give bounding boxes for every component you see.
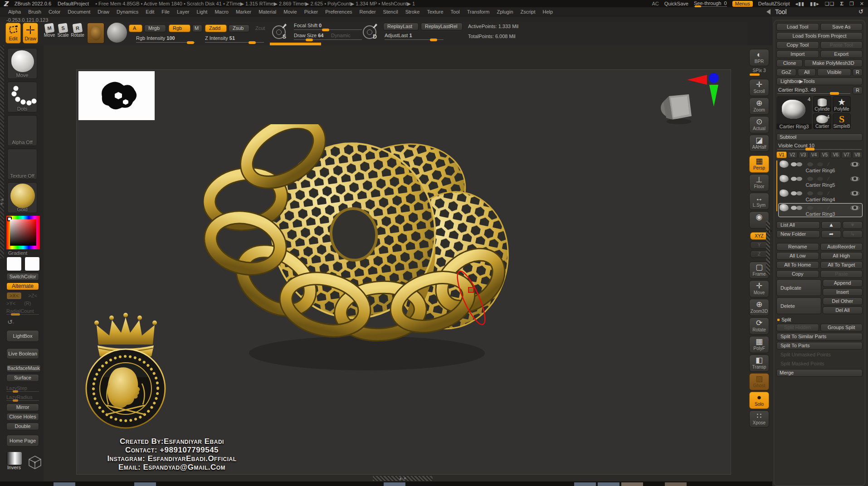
subtool-thumbnail[interactable]: [780, 160, 789, 168]
subtool-view-tab[interactable]: V2: [787, 151, 798, 158]
dim-toggle-icon[interactable]: [807, 206, 813, 210]
menu-item[interactable]: Help: [539, 8, 557, 15]
export-button[interactable]: Export: [820, 50, 863, 58]
live-boolean-button[interactable]: Live Boolean: [6, 348, 39, 359]
menu-item[interactable]: Alpha: [5, 8, 24, 15]
floor-button[interactable]: ⊥Floor: [749, 174, 769, 191]
move3d-button[interactable]: ✛Move: [749, 280, 769, 297]
import-button[interactable]: Import: [776, 50, 819, 58]
new-folder-button[interactable]: New Folder: [776, 230, 820, 238]
z-axis-button[interactable]: Z: [750, 250, 768, 258]
xpose-button[interactable]: ∷Xpose: [749, 410, 769, 428]
transparency-button[interactable]: ◧Transp: [749, 355, 769, 372]
close-icon[interactable]: ✕: [860, 1, 864, 7]
double-button[interactable]: Double: [6, 423, 39, 430]
zadd-button[interactable]: Zadd: [205, 24, 227, 32]
palette-back-arrow-icon[interactable]: [766, 9, 770, 15]
active-tool-slider[interactable]: Cartier Ring3. 48: [776, 87, 851, 94]
split-unmasked-points-button[interactable]: Split Unmasked Points: [776, 351, 863, 359]
ring-model[interactable]: [204, 124, 530, 387]
tool-slot-simplebrush[interactable]: SSimpleB: [833, 113, 851, 129]
move-into-button[interactable]: ↳: [843, 230, 863, 238]
menu-item[interactable]: Edit: [142, 8, 158, 15]
adjust-last-slider[interactable]: AdjustLast 1: [385, 33, 444, 40]
subtool-thumbnail[interactable]: [780, 204, 789, 211]
menu-item[interactable]: Zplugin: [493, 8, 517, 15]
replay-last-button[interactable]: ReplayLast: [383, 23, 419, 30]
solo-button[interactable]: ●Solo: [749, 392, 769, 409]
tool-r-button[interactable]: R: [853, 87, 863, 94]
tool-palette-title[interactable]: Tool: [775, 8, 787, 15]
brush-selector-thumbnail[interactable]: Move: [7, 48, 37, 79]
lightbox-button[interactable]: LightBox: [6, 330, 39, 342]
menu-item[interactable]: File: [158, 8, 173, 15]
canvas-area[interactable]: Created By:Esfandiyar EbadiContact: +989…: [44, 45, 747, 481]
subtool-view-tab[interactable]: V5: [820, 151, 830, 158]
del-other-button[interactable]: Del Other: [823, 297, 863, 305]
brush-selector-thumbnail[interactable]: Dots: [7, 82, 37, 112]
subtool-view-tab[interactable]: V6: [830, 151, 841, 158]
clone-button[interactable]: Clone: [776, 59, 803, 67]
dim-toggle-icon[interactable]: [807, 191, 813, 195]
move-up-button[interactable]: ▲: [821, 221, 841, 229]
Cartier Ring4[interactable]: ⁄ Cartier Ring4: [778, 189, 863, 203]
brush-selector-thumbnail[interactable]: Gold: [7, 182, 37, 213]
rotate-mode-button[interactable]: RRotate: [70, 24, 85, 44]
menu-item[interactable]: Macro: [211, 8, 232, 15]
stroke-popup-icon[interactable]: S: [272, 25, 286, 39]
split-to-similar-parts-button[interactable]: Split To Similar Parts: [776, 333, 863, 340]
divider-left-icon[interactable]: ◂▮▮: [795, 1, 805, 7]
menu-item[interactable]: Dynamics: [113, 8, 142, 15]
eye-visibility-icon[interactable]: [850, 205, 859, 210]
material-preview-sphere[interactable]: [107, 23, 127, 43]
move-mode-button[interactable]: MMove: [42, 24, 57, 44]
draw-popup-icon[interactable]: D: [363, 25, 376, 39]
backfacemask-button[interactable]: BackfaceMask: [6, 364, 41, 372]
all-high-button[interactable]: All High: [820, 252, 863, 260]
copy-tool-button[interactable]: Copy Tool: [776, 41, 819, 49]
rgb-button[interactable]: Rgb: [169, 24, 190, 32]
y-axis-button[interactable]: Y: [750, 241, 768, 249]
radial-symmetry-icon[interactable]: ↺▫: [7, 318, 44, 326]
make-polymesh3d-button[interactable]: Make PolyMesh3D: [804, 59, 863, 67]
brush-selector-thumbnail[interactable]: Texture Off: [7, 149, 37, 180]
menu-item[interactable]: Transform: [463, 8, 493, 15]
menu-item[interactable]: Zscript: [517, 8, 539, 15]
cascade-windows-icon[interactable]: ❏❏: [825, 1, 835, 7]
right-collapse-arrows-icon[interactable]: ◄►: [766, 229, 770, 233]
dynamic-toggle[interactable]: Dynamic: [331, 33, 358, 40]
menu-item[interactable]: Picker: [301, 8, 322, 15]
visible-count-slider[interactable]: Visible Count 10: [776, 142, 863, 150]
list-all-button[interactable]: List All: [776, 221, 820, 229]
spix-slider[interactable]: SPix 3: [749, 68, 770, 75]
insert-button[interactable]: Insert: [823, 288, 863, 296]
move-down-button[interactable]: ▼: [843, 221, 863, 229]
sym-x-button[interactable]: >X<: [6, 292, 22, 300]
eye-visibility-icon[interactable]: [850, 176, 859, 181]
sym-y-button[interactable]: >Y<: [6, 301, 15, 306]
subtool-view-tab[interactable]: V8: [852, 151, 863, 158]
merge-section-header[interactable]: Merge: [776, 369, 863, 377]
duplicate-button[interactable]: Duplicate: [776, 279, 821, 296]
tool-slot-cylinder[interactable]: Cylinde: [813, 96, 831, 112]
split-masked-points-button[interactable]: Split Masked Points: [776, 360, 863, 368]
m-button[interactable]: M: [192, 24, 202, 32]
all-to-target-button[interactable]: All To Target: [820, 261, 863, 269]
goz-all-button[interactable]: All: [798, 68, 816, 76]
subtool-view-tab[interactable]: V3: [798, 151, 809, 158]
replay-last-rel-button[interactable]: ReplayLastRel: [421, 23, 463, 30]
surface-button[interactable]: Surface: [6, 374, 39, 382]
lightbox-tray-edge[interactable]: [0, 481, 868, 486]
delete-button[interactable]: Delete: [776, 297, 821, 314]
lightbox-tools-button[interactable]: Lightbox▶Tools: [776, 78, 863, 85]
saturation-value-square[interactable]: [10, 219, 36, 246]
canvas-tray-handle[interactable]: ▲▼: [373, 476, 433, 481]
see-through-slider[interactable]: See-through 0: [694, 0, 727, 7]
z-intensity-slider[interactable]: Z Intensity 51: [205, 35, 264, 43]
Cartier Ring3[interactable]: ⁄ Cartier Ring3: [778, 203, 863, 217]
subtool-view-tab[interactable]: V4: [809, 151, 819, 158]
scroll-button[interactable]: ✛Scroll: [749, 79, 769, 96]
menu-item[interactable]: Document: [64, 8, 94, 15]
restore-icon[interactable]: ❐: [849, 1, 854, 7]
load-tools-from-project-button[interactable]: Load Tools From Project: [776, 32, 863, 40]
